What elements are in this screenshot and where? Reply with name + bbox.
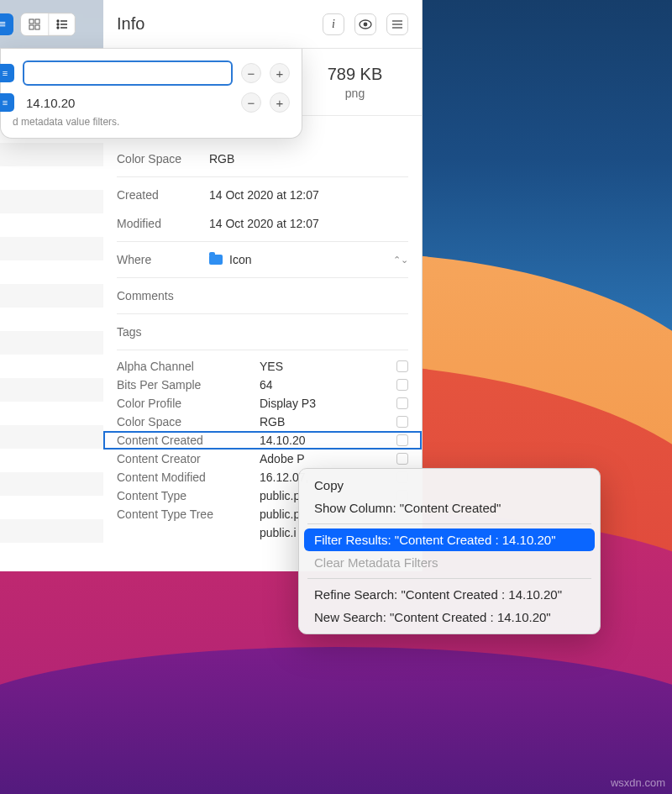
metadata-value: 14.10.20 xyxy=(260,434,396,447)
metadata-checkbox[interactable] xyxy=(396,360,408,372)
menu-copy[interactable]: Copy xyxy=(304,474,595,497)
menu-new-search[interactable]: New Search: "Content Created : 14.10.20" xyxy=(304,606,595,628)
context-menu: Copy Show Column: "Content Created" Filt… xyxy=(298,468,601,634)
svg-point-6 xyxy=(57,24,59,25)
metadata-key: Bits Per Sample xyxy=(117,378,260,392)
metadata-value: RGB xyxy=(260,415,396,429)
svg-rect-0 xyxy=(29,19,34,24)
metadata-key: Content Modified xyxy=(117,471,260,484)
view-mode-segment xyxy=(20,13,76,36)
view-grid-button[interactable] xyxy=(21,13,48,35)
filter-add-button[interactable]: + xyxy=(270,63,290,83)
where-label: Where xyxy=(117,253,209,266)
metadata-checkbox[interactable] xyxy=(396,397,408,409)
filter-tag-icon: ≡ xyxy=(0,93,14,112)
metadata-row[interactable]: Color SpaceRGB xyxy=(103,413,422,431)
where-popup-icon[interactable]: ⌃⌄ xyxy=(393,255,408,266)
tags-value[interactable] xyxy=(209,325,408,339)
settings-lines-icon[interactable] xyxy=(386,13,408,35)
filter-panel: ≡ − + ≡ 14.10.20 − + d metadata value fi… xyxy=(0,49,302,139)
metadata-key: Color Space xyxy=(117,415,260,429)
metadata-checkbox[interactable] xyxy=(396,453,408,465)
file-type: png xyxy=(345,87,365,100)
filter-remove-button[interactable]: − xyxy=(241,63,261,83)
tags-label: Tags xyxy=(117,325,209,339)
metadata-key: Content Created xyxy=(117,434,260,447)
metadata-key: Content Type Tree xyxy=(117,507,260,521)
metadata-row[interactable]: Content CreatorAdobe P xyxy=(103,450,422,468)
metadata-value: YES xyxy=(260,360,396,373)
filter-tag-icon: ≡ xyxy=(0,64,14,82)
created-label: Created xyxy=(117,188,209,202)
metadata-row[interactable]: Content Created14.10.20 xyxy=(103,431,422,450)
svg-point-4 xyxy=(57,20,59,22)
metadata-key: Color Profile xyxy=(117,397,260,410)
modified-value: 14 Oct 2020 at 12:07 xyxy=(209,217,408,230)
metadata-row[interactable]: Alpha ChannelYES xyxy=(103,357,422,376)
filter-input[interactable] xyxy=(23,60,233,86)
info-icon[interactable]: i xyxy=(323,13,344,35)
comments-label: Comments xyxy=(117,289,209,302)
colorspace-label: Color Space xyxy=(117,152,209,166)
filter-helper-text: d metadata value filters. xyxy=(1,116,302,131)
svg-point-8 xyxy=(57,27,59,29)
app-icon[interactable]: ≡ xyxy=(0,13,13,35)
menu-filter-results[interactable]: Filter Results: "Content Created : 14.10… xyxy=(304,528,595,551)
menu-refine-search[interactable]: Refine Search: "Content Created : 14.10.… xyxy=(304,583,595,606)
folder-icon xyxy=(209,255,223,265)
file-size: 789 KB xyxy=(328,65,383,84)
quicklook-icon[interactable] xyxy=(354,13,376,35)
metadata-key: Content Creator xyxy=(117,452,260,465)
metadata-key: Content Type xyxy=(117,489,260,502)
filter-remove-button[interactable]: − xyxy=(241,92,261,113)
svg-rect-1 xyxy=(35,19,39,24)
modified-label: Modified xyxy=(117,217,209,230)
metadata-value: Display P3 xyxy=(260,397,396,410)
menu-clear-filters: Clear Metadata Filters xyxy=(304,551,595,574)
view-list-button[interactable] xyxy=(48,13,75,35)
window-toolbar: ≡ xyxy=(0,0,105,49)
metadata-value: Adobe P xyxy=(260,452,396,465)
where-value[interactable]: Icon xyxy=(229,253,251,266)
metadata-row[interactable]: Bits Per Sample64 xyxy=(103,376,422,394)
created-value: 14 Oct 2020 at 12:07 xyxy=(209,188,408,202)
menu-show-column[interactable]: Show Column: "Content Created" xyxy=(304,497,595,519)
metadata-checkbox[interactable] xyxy=(396,434,408,446)
filter-value-text[interactable]: 14.10.20 xyxy=(23,96,233,110)
colorspace-value: RGB xyxy=(209,152,408,166)
info-title: Info xyxy=(117,14,144,34)
svg-point-11 xyxy=(364,22,368,26)
filter-add-button[interactable]: + xyxy=(270,92,290,113)
comments-value[interactable] xyxy=(209,289,408,302)
metadata-checkbox[interactable] xyxy=(396,379,408,391)
metadata-checkbox[interactable] xyxy=(396,416,408,428)
svg-rect-2 xyxy=(29,25,34,29)
metadata-row[interactable]: Color ProfileDisplay P3 xyxy=(103,394,422,413)
metadata-key: Alpha Channel xyxy=(117,360,260,373)
metadata-value: 64 xyxy=(260,378,396,392)
watermark-text: wsxdn.com xyxy=(611,776,665,789)
svg-rect-3 xyxy=(35,25,39,29)
